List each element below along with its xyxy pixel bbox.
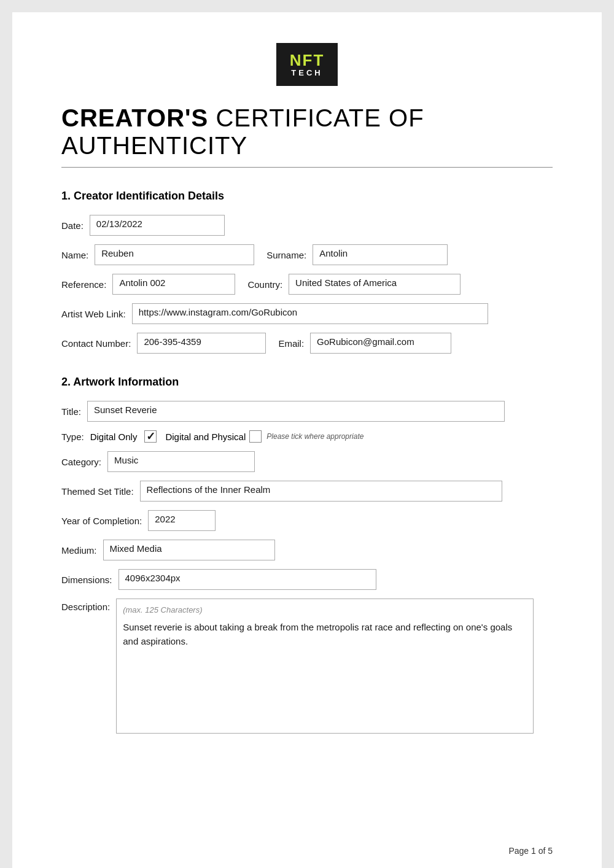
logo-box: NFT TECH	[276, 43, 338, 86]
dimensions-row: Dimensions: 4096x2304px	[61, 569, 553, 590]
email-label: Email:	[278, 338, 304, 349]
section-creator-details: 1. Creator Identification Details Date: …	[61, 190, 553, 354]
artwork-title-input[interactable]: Sunset Reverie	[87, 401, 505, 422]
description-text: Sunset reverie is about taking a break f…	[123, 621, 527, 648]
weblink-label: Artist Web Link:	[61, 309, 126, 319]
weblink-row: Artist Web Link: https://www.instagram.c…	[61, 303, 553, 324]
title-divider	[61, 167, 553, 168]
page-number: Page 1 of 5	[508, 846, 553, 856]
description-area: Description: (max. 125 Characters) Sunse…	[61, 599, 553, 734]
year-label: Year of Completion:	[61, 516, 142, 526]
artwork-title-label: Title:	[61, 406, 81, 417]
email-input[interactable]: GoRubicon@gmail.com	[310, 333, 451, 354]
digital-physical-checkbox[interactable]	[249, 430, 262, 443]
surname-label: Surname:	[266, 250, 306, 260]
weblink-input[interactable]: https://www.instagram.com/GoRubicon	[132, 303, 488, 324]
reference-input[interactable]: Antolin 002	[112, 274, 235, 295]
medium-input[interactable]: Mixed Media	[103, 540, 275, 560]
reference-row: Reference: Antolin 002 Country: United S…	[61, 274, 553, 295]
name-label: Name:	[61, 250, 88, 260]
digital-only-checkbox[interactable]: ✓	[144, 430, 157, 443]
name-input[interactable]: Reuben	[95, 244, 254, 265]
country-input[interactable]: United States of America	[289, 274, 460, 295]
category-label: Category:	[61, 457, 101, 467]
contact-input[interactable]: 206-395-4359	[137, 333, 266, 354]
artwork-title-row: Title: Sunset Reverie	[61, 401, 553, 422]
type-hint: Please tick where appropriate	[266, 432, 363, 441]
year-row: Year of Completion: 2022	[61, 510, 553, 531]
category-input[interactable]: Music	[107, 451, 255, 472]
themed-set-row: Themed Set Title: Reflections of the Inn…	[61, 481, 553, 502]
reference-label: Reference:	[61, 279, 106, 290]
logo-nft: NFT	[290, 52, 325, 69]
type-row: Type: Digital Only ✓ Digital and Physica…	[61, 430, 553, 443]
themed-set-label: Themed Set Title:	[61, 486, 134, 497]
description-hint: (max. 125 Characters)	[123, 605, 527, 614]
digital-physical-text: Digital and Physical	[165, 432, 246, 442]
section1-title: 1. Creator Identification Details	[61, 190, 553, 203]
date-label: Date:	[61, 220, 84, 231]
category-row: Category: Music	[61, 451, 553, 472]
country-label: Country:	[247, 279, 282, 290]
logo-tech: TECH	[291, 69, 322, 77]
surname-input[interactable]: Antolin	[313, 244, 448, 265]
section2-title: 2. Artwork Information	[61, 376, 553, 389]
dimensions-label: Dimensions:	[61, 575, 112, 585]
name-row: Name: Reuben Surname: Antolin	[61, 244, 553, 265]
year-input[interactable]: 2022	[148, 510, 216, 531]
certificate-page: NFT TECH CREATOR'S CERTIFICATE OF AUTHEN…	[12, 12, 602, 868]
medium-row: Medium: Mixed Media	[61, 540, 553, 560]
themed-set-input[interactable]: Reflections of the Inner Realm	[140, 481, 502, 502]
date-row: Date: 02/13/2022	[61, 215, 553, 236]
section-artwork-info: 2. Artwork Information Title: Sunset Rev…	[61, 376, 553, 734]
digital-only-text: Digital Only	[90, 432, 138, 442]
description-label: Description:	[61, 599, 110, 612]
medium-label: Medium:	[61, 545, 97, 556]
tick-icon: ✓	[146, 430, 155, 443]
logo-container: NFT TECH	[61, 43, 553, 86]
type-label: Type:	[61, 432, 84, 442]
dimensions-input[interactable]: 4096x2304px	[119, 569, 376, 590]
contact-label: Contact Number:	[61, 338, 131, 349]
title-bold: CREATOR'S	[61, 104, 208, 131]
description-box[interactable]: (max. 125 Characters) Sunset reverie is …	[116, 599, 534, 734]
date-input[interactable]: 02/13/2022	[90, 215, 225, 236]
contact-row: Contact Number: 206-395-4359 Email: GoRu…	[61, 333, 553, 354]
main-title: CREATOR'S CERTIFICATE OF AUTHENTICITY	[61, 104, 553, 160]
